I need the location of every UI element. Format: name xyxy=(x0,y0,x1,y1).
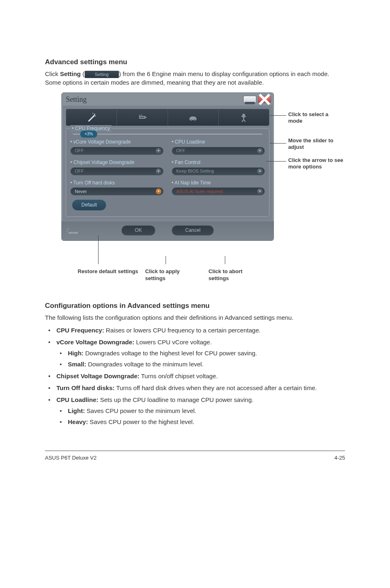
mode-tab-3[interactable] xyxy=(168,109,219,126)
option-label: • vCore Voltage Downgrade xyxy=(70,139,164,146)
list-item: Chipset Voltage Downgrade: Turns on/off … xyxy=(45,372,345,380)
svg-point-4 xyxy=(191,119,192,121)
option-label: • Fan Control xyxy=(172,159,265,166)
option-label: • Chipset Voltage Downgrade xyxy=(70,159,164,166)
chevron-down-icon[interactable] xyxy=(257,168,263,174)
list-item-bold: vCore Voltage Downgrade: xyxy=(56,339,134,346)
option-loadline: • CPU Loadline OFF xyxy=(172,139,265,155)
callout-restore: Restore default settings xyxy=(78,268,139,275)
list-item: Light: Saves CPU power to the minimum le… xyxy=(56,406,345,415)
list-item-text: Turns on/off chipset voltage. xyxy=(139,373,218,379)
list-item: Small: Downgrades voltage to the minimum… xyxy=(56,360,345,368)
dropdown-value: Keep BIOS Setting xyxy=(176,168,214,174)
asus-logo: /▂▂ xyxy=(67,227,78,235)
callout-apply: Click to apply settings xyxy=(145,268,198,282)
chevron-down-icon[interactable] xyxy=(257,148,263,154)
window-title: Setting xyxy=(66,94,87,105)
cancel-button[interactable]: Cancel xyxy=(172,225,214,236)
plug-icon xyxy=(137,112,148,123)
page-footer: ASUS P6T Deluxe V2 4-25 xyxy=(45,451,345,462)
close-button[interactable] xyxy=(258,96,271,103)
ainap-dropdown[interactable]: ASUS AI Suite required xyxy=(172,187,265,195)
fan-dropdown[interactable]: Keep BIOS Setting xyxy=(172,167,265,175)
options-grid: • vCore Voltage Downgrade OFF • CPU Load… xyxy=(70,139,265,195)
vcore-dropdown[interactable]: OFF xyxy=(70,147,164,155)
callout-click-arrow: Click the arrow to see more options xyxy=(288,157,345,171)
default-button[interactable]: Default xyxy=(72,200,106,211)
loadline-dropdown[interactable]: OFF xyxy=(172,147,265,155)
minimize-button[interactable] xyxy=(243,96,256,103)
section-paragraph: Click Setting (Setting) from the 6 Engin… xyxy=(45,70,345,87)
option-turnoff: • Turn Off hard disks Never xyxy=(70,180,164,196)
list-item-text: Turns off hard disk drives when they are… xyxy=(114,384,317,391)
list-item: Heavy: Saves CPU power to the highest le… xyxy=(56,417,345,426)
close-icon xyxy=(258,93,271,105)
dropdown-value: ASUS AI Suite required xyxy=(176,189,223,195)
callout-move-slider: Move the slider to adjust xyxy=(288,137,341,151)
minimize-icon xyxy=(244,93,256,105)
list-item: Turn Off hard disks: Turns off hard disk… xyxy=(45,384,345,392)
settings-group: • CPU Frequency +3% • vCore Voltage Down… xyxy=(66,128,269,217)
list-item-bold: CPU Loadline: xyxy=(56,396,99,403)
list-item: CPU Frequency: Raises or lowers CPU freq… xyxy=(45,326,345,334)
setting-word-bold: Setting xyxy=(60,70,81,77)
person-icon xyxy=(238,112,249,123)
chipset-dropdown[interactable]: OFF xyxy=(70,167,164,175)
option-label: • Turn Off hard disks xyxy=(70,180,164,186)
list-item-text: Lowers CPU vCore voltage. xyxy=(134,339,212,346)
titlebar: Setting xyxy=(62,93,273,105)
svg-point-5 xyxy=(194,119,195,121)
list-item-text: Raises or lowers CPU frequency to a cert… xyxy=(104,327,261,334)
list-item-bold: Small: xyxy=(68,361,86,368)
mode-tab-1[interactable] xyxy=(66,109,117,126)
list-item-text: Downgrades voltage to the minimum level. xyxy=(86,361,204,368)
list-item-bold: High: xyxy=(68,350,83,357)
window-footer: /▂▂ OK Cancel xyxy=(62,221,273,240)
list-item-bold: Light: xyxy=(68,407,85,414)
section-heading: Advanced settings menu xyxy=(45,57,345,67)
chevron-down-icon[interactable] xyxy=(156,189,161,194)
list-item-text: Downgrades voltage to the highest level … xyxy=(83,350,257,357)
list-item-bold: Heavy: xyxy=(68,418,88,425)
footer-right: 4-25 xyxy=(334,454,345,462)
ok-button[interactable]: OK xyxy=(121,225,155,236)
car-icon xyxy=(188,112,198,123)
sublist: Light: Saves CPU power to the minimum le… xyxy=(56,406,345,426)
turnoff-dropdown[interactable]: Never xyxy=(70,187,164,195)
chevron-down-icon[interactable] xyxy=(257,189,263,194)
option-label: • AI Nap Idle Time xyxy=(172,180,265,186)
list-item-bold: CPU Frequency: xyxy=(56,327,104,334)
setting-window: Setting xyxy=(61,92,274,241)
list-item: CPU Loadline: Sets up the CPU loadline t… xyxy=(45,395,345,426)
chevron-down-icon[interactable] xyxy=(156,168,161,174)
option-chipset: • Chipset Voltage Downgrade OFF xyxy=(70,159,164,175)
options-list: CPU Frequency: Raises or lowers CPU freq… xyxy=(45,326,345,426)
slider-track[interactable]: +3% xyxy=(73,134,262,135)
dropdown-value: OFF xyxy=(75,148,84,154)
mode-tabs xyxy=(66,109,269,126)
cpu-frequency-slider[interactable]: +3% xyxy=(70,134,265,135)
option-fan: • Fan Control Keep BIOS Setting xyxy=(172,159,265,175)
section-paragraph: The following lists the configuration op… xyxy=(45,313,345,322)
list-item-text: Saves CPU power to the highest level. xyxy=(88,418,194,425)
mode-tab-4[interactable] xyxy=(219,109,269,126)
option-vcore: • vCore Voltage Downgrade OFF xyxy=(70,139,164,155)
sublist: High: Downgrades voltage to the highest … xyxy=(56,349,345,368)
list-item-bold: Turn Off hard disks: xyxy=(56,384,114,391)
svg-point-3 xyxy=(95,116,96,117)
section-heading: Configuration options in Advanced settin… xyxy=(45,301,345,311)
option-ainap: • AI Nap Idle Time ASUS AI Suite require… xyxy=(172,180,265,196)
slider-value-pill[interactable]: +3% xyxy=(80,130,97,138)
svg-point-1 xyxy=(94,114,95,115)
chevron-down-icon[interactable] xyxy=(156,148,161,154)
setting-button-image: Setting xyxy=(85,71,119,78)
mode-tab-2[interactable] xyxy=(117,109,168,126)
dropdown-value: Never xyxy=(75,189,87,195)
callout-select-mode: Click to select a mode xyxy=(288,111,341,125)
dropdown-value: OFF xyxy=(75,168,84,174)
option-label: • CPU Loadline xyxy=(172,139,265,146)
list-item: vCore Voltage Downgrade: Lowers CPU vCor… xyxy=(45,338,345,368)
list-item-text: Saves CPU power to the minimum level. xyxy=(85,407,197,414)
list-item-bold: Chipset Voltage Downgrade: xyxy=(56,373,139,379)
wand-icon xyxy=(86,112,97,123)
